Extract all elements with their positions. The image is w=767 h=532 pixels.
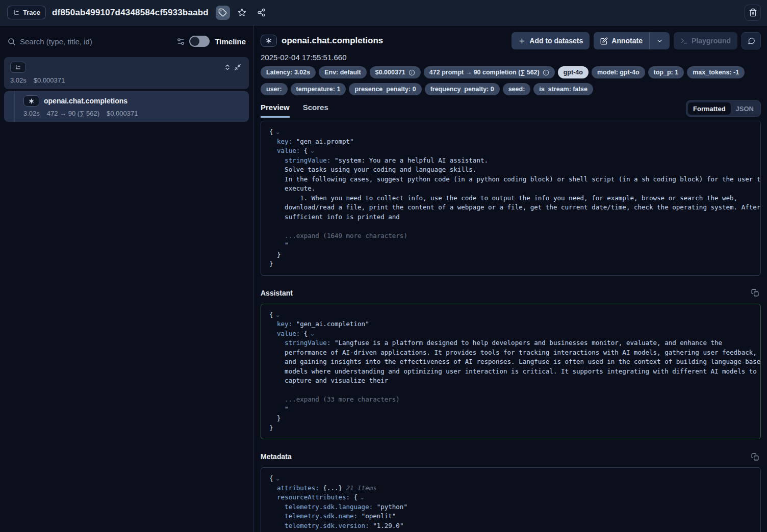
tags-button[interactable] xyxy=(216,6,230,20)
badge-label: is_stream: false xyxy=(539,86,587,93)
code-line: ...expand (33 more characters) xyxy=(269,395,752,405)
code-line: and gaining insights into the effectiven… xyxy=(269,357,752,367)
code-segment: { xyxy=(269,474,273,482)
timeline-toggle[interactable] xyxy=(189,36,210,47)
tree-guide-line xyxy=(14,91,15,122)
code-line: telemetry.sdk.version: "1.29.0" xyxy=(269,521,752,531)
code-segment: ⌄ xyxy=(273,128,280,136)
code-segment: key: xyxy=(269,320,296,328)
code-segment: "python" xyxy=(377,503,407,511)
playground-button[interactable]: Playground xyxy=(674,32,737,49)
timeline-label: Timeline xyxy=(215,37,246,46)
code-line: key: "gen_ai.prompt" xyxy=(269,137,752,147)
bookmark-button[interactable] xyxy=(235,6,249,20)
terminal-icon xyxy=(680,37,688,45)
badge-label: presence_penalty: 0 xyxy=(354,86,416,93)
expand-link[interactable]: ...expand (33 more characters) xyxy=(269,395,400,403)
format-json[interactable]: JSON xyxy=(731,102,759,115)
tab-preview[interactable]: Preview xyxy=(261,103,290,118)
add-to-datasets-button[interactable]: Add to datasets xyxy=(512,32,590,49)
minimize-icon xyxy=(234,64,241,71)
trace-node-badge xyxy=(10,62,26,73)
collapse-all-button[interactable] xyxy=(233,62,243,72)
code-line: telemetry.sdk.language: "python" xyxy=(269,502,752,512)
code-segment: } xyxy=(269,251,281,258)
info-icon[interactable] xyxy=(543,69,549,76)
badge-chip: Env: default xyxy=(319,66,367,78)
tag-icon xyxy=(218,8,227,17)
annotate-button[interactable]: Annotate xyxy=(594,32,649,49)
code-line: 1. When you need to collect info, use th… xyxy=(269,194,752,203)
trace-type-badge[interactable]: Trace xyxy=(7,6,46,19)
code-segment: attributes: xyxy=(269,484,323,492)
code-line: Solve tasks using your coding and langua… xyxy=(269,165,752,175)
badge-chip: is_stream: false xyxy=(533,83,593,95)
trace-tree-sidebar: Timeline 3.02s $0.000371 xyxy=(0,25,253,532)
copy-assistant-button[interactable] xyxy=(749,287,761,299)
share-icon xyxy=(257,8,266,17)
tab-scores[interactable]: Scores xyxy=(303,103,328,118)
expand-all-button[interactable] xyxy=(222,62,233,72)
code-segment: key: xyxy=(269,138,296,145)
observation-node-selected[interactable]: openai.chat.completions 3.02s 472 → 90 (… xyxy=(4,91,249,122)
trace-badge-label: Trace xyxy=(23,9,40,16)
badges-row-1: Latency: 3.02sEnv: default$0.000371472 p… xyxy=(261,66,761,78)
trace-id: df850ab499107d4348584cf5933baabd xyxy=(52,8,209,18)
badge-label: $0.000371 xyxy=(375,69,405,76)
code-segment: execute. xyxy=(269,184,315,192)
code-segment: } xyxy=(269,424,273,432)
code-segment: { xyxy=(269,311,273,318)
annotate-dropdown-button[interactable] xyxy=(650,32,670,49)
generation-badge xyxy=(261,35,277,47)
observation-cost: $0.000371 xyxy=(107,110,138,117)
expand-link[interactable]: ...expand (1649 more characters) xyxy=(269,232,407,240)
search-input[interactable] xyxy=(20,37,172,46)
trace-duration: 3.02s xyxy=(10,76,27,84)
badge-chip: presence_penalty: 0 xyxy=(349,83,421,95)
code-segment: stringValue: xyxy=(269,339,335,347)
comments-button[interactable] xyxy=(742,32,761,49)
code-segment: models where understanding and optimizin… xyxy=(269,367,757,375)
code-line: execute. xyxy=(269,184,752,194)
list-tree-icon xyxy=(13,9,20,16)
code-line: sufficient info is printed and xyxy=(269,212,752,222)
code-line: telemetry.sdk.name: "openlit" xyxy=(269,512,752,521)
info-icon[interactable] xyxy=(408,69,415,76)
code-segment: } xyxy=(269,414,281,422)
code-line: performance of AI-driven applications. I… xyxy=(269,348,752,358)
assistant-section-title: Assistant xyxy=(261,289,293,297)
badge-label: gpt-4o xyxy=(564,69,583,76)
badges-row-2: user:temperature: 1presence_penalty: 0fr… xyxy=(261,83,761,95)
copy-metadata-button[interactable] xyxy=(749,450,761,463)
code-line: { ⌄ xyxy=(269,474,752,484)
code-segment: telemetry.sdk.name: xyxy=(269,512,362,520)
code-segment: and gaining insights into the effectiven… xyxy=(269,358,761,365)
code-segment: telemetry.sdk.version: xyxy=(269,522,373,529)
code-segment: " xyxy=(269,405,289,413)
trace-root-node[interactable]: 3.02s $0.000371 xyxy=(4,57,249,89)
badge-label: seed: xyxy=(508,86,525,93)
badge-chip: frequency_penalty: 0 xyxy=(425,83,500,95)
code-segment: "gen_ai.completion" xyxy=(296,320,369,328)
code-line: } xyxy=(269,423,752,433)
share-button[interactable] xyxy=(254,6,269,20)
badge-label: temperature: 1 xyxy=(296,86,341,93)
delete-trace-button[interactable] xyxy=(745,5,761,21)
filter-settings-icon[interactable] xyxy=(176,37,185,46)
badge-label: max_tokens: -1 xyxy=(693,69,739,76)
format-formatted[interactable]: Formatted xyxy=(688,102,731,115)
code-segment: "Langfuse is a platform designed to help… xyxy=(335,339,722,347)
code-segment: "1.29.0" xyxy=(373,522,403,529)
code-line: { ⌄ xyxy=(269,127,752,137)
code-line xyxy=(269,386,752,395)
timestamp: 2025-02-04 17:55:51.660 xyxy=(261,53,761,62)
code-segment: stringValue: xyxy=(269,156,335,164)
code-line: resourceAttributes: { ⌄ xyxy=(269,493,752,502)
code-segment: resourceAttributes: xyxy=(269,493,354,501)
metadata-section-title: Metadata xyxy=(261,453,292,461)
star-icon xyxy=(238,8,246,17)
preview-tabs: Preview Scores xyxy=(261,103,328,118)
badge-chip: $0.000371 xyxy=(370,66,421,78)
code-segment: { xyxy=(354,493,358,501)
badge-chip: user: xyxy=(261,83,288,95)
